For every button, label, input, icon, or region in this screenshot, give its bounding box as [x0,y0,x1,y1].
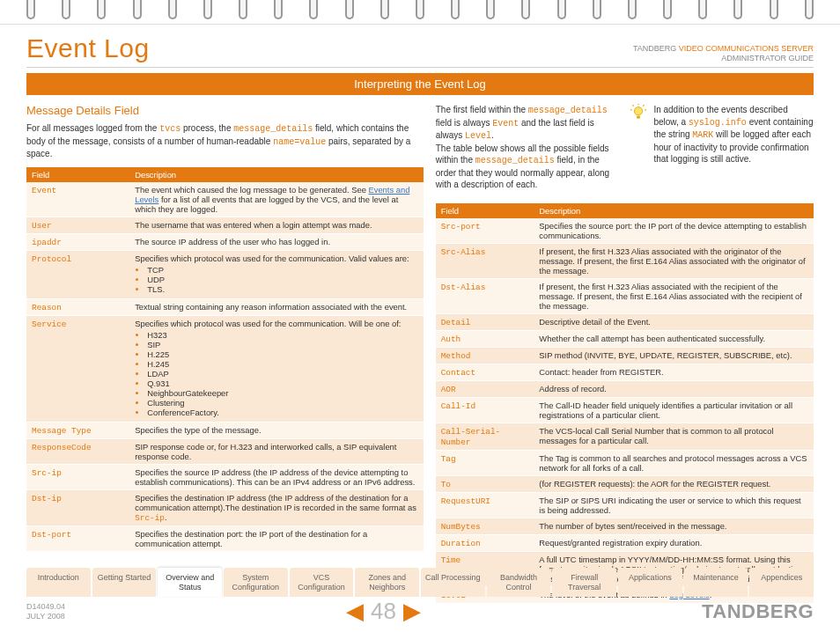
table-row: Src-AliasIf present, the first H.323 Ali… [436,243,814,278]
tab-bandwidth-control[interactable]: Bandwidth Control [487,568,551,597]
table-row: Dst-portSpecifies the destination port: … [26,525,424,551]
table-row: AORAddress of record. [436,380,814,397]
table-row: ipaddrThe source IP address of the user … [26,233,424,250]
tab-vcs-configuration[interactable]: VCS Configuration [290,568,354,597]
table-row: UserThe username that was entered when a… [26,217,424,233]
tab-firewall-traversal[interactable]: Firewall Traversal [552,568,616,597]
table-row: Src-portSpecifies the source port: the I… [436,218,814,244]
table-row: Src-ipSpecifies the source IP address (t… [26,464,424,489]
table-row: DetailDescriptive detail of the Event. [436,313,814,330]
section-banner: Interpreting the Event Log [26,73,814,95]
tab-zones-and-neighbors[interactable]: Zones and Neighbors [355,568,419,597]
svg-point-0 [635,107,643,115]
spiral-binding [0,0,840,25]
table-row: EventThe event which caused the log mess… [26,182,424,217]
table-row: AuthWhether the call attempt has been au… [436,330,814,347]
doc-id: D14049.04 JULY 2008 [26,602,65,621]
table-row: Call-IdThe Call-ID header field uniquely… [436,397,814,423]
intro-right: In addition to the events described belo… [629,104,814,191]
table-row: ServiceSpecifies which protocol was used… [26,315,424,422]
tab-applications[interactable]: Applications [618,568,682,597]
lightbulb-icon [629,104,648,123]
table-row: ResponseCodeSIP response code or, for H.… [26,438,424,464]
table-row: MethodSIP method (INVITE, BYE, UPDATE, R… [436,347,814,364]
table-row: To(for REGISTER requests): the AOR for t… [436,475,814,492]
intro-mid: The first field within the message_detai… [436,104,621,191]
link[interactable]: Events and Levels [135,185,409,204]
brand-subtitle: TANDBERG VIDEO COMMUNICATIONS SERVER ADM… [633,44,814,63]
tab-introduction[interactable]: Introduction [26,568,91,597]
table-row: TagThe Tag is common to all searches and… [436,450,814,475]
table-row: RequestURIThe SIP or SIPS URI indicating… [436,492,814,518]
tab-appendices[interactable]: Appendices [749,568,814,597]
tab-maintenance[interactable]: Maintenance [684,568,748,597]
nav-tabs: IntroductionGetting StartedOverview and … [26,568,814,597]
fields-table-right: FieldDescription Src-portSpecifies the s… [436,203,814,604]
table-row: ReasonTextual string containing any reas… [26,298,424,315]
table-row: Message TypeSpecifies the type of the me… [26,422,424,438]
table-row: NumBytesThe number of bytes sent/receive… [436,518,814,534]
table-row: DurationRequest/granted registration exp… [436,534,814,551]
table-row: Dst-ipSpecifies the destination IP addre… [26,489,424,525]
brand-logo: TANDBERG [702,600,814,623]
table-row: Call-Serial-NumberThe VCS-local Call Ser… [436,423,814,450]
tab-getting-started[interactable]: Getting Started [92,568,157,597]
table-row: ProtocolSpecifies which protocol was use… [26,250,424,298]
table-row: Dst-AliasIf present, the first H.323 Ali… [436,278,814,313]
tab-call-processing[interactable]: Call Processing [421,568,485,597]
tab-system-configuration[interactable]: System Configuration [224,568,288,597]
page-title: Event Log [26,33,150,63]
fields-table-left: FieldDescription EventThe event which ca… [26,167,424,552]
pager: ◀ 48 ▶ [346,598,421,625]
intro-left: For all messages logged from the tvcs pr… [26,122,424,160]
prev-page-arrow[interactable]: ◀ [346,598,364,625]
page-number: 48 [371,598,396,625]
next-page-arrow[interactable]: ▶ [403,598,421,625]
table-row: ContactContact: header from REGISTER. [436,364,814,380]
section-heading: Message Details Field [26,104,424,117]
tab-overview-and-status[interactable]: Overview and Status [158,568,222,597]
